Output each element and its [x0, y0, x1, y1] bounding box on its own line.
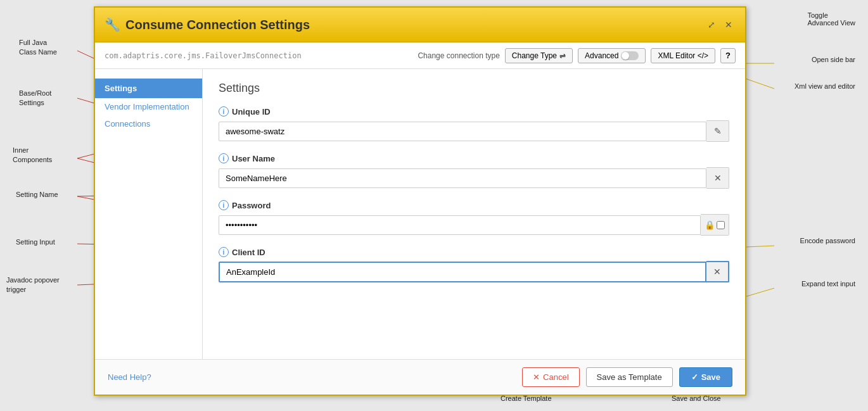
- client-id-input-row: ✕: [219, 261, 729, 282]
- save-check-icon: ✓: [691, 372, 698, 382]
- field-group-username: i User Name ✕: [219, 153, 729, 189]
- annotation-javadoc: Javadoc popovertrigger: [6, 275, 60, 295]
- dialog-footer: Need Help? ✕ Cancel Save as Template ✓ S…: [95, 359, 745, 395]
- change-type-label: Change Type: [512, 51, 557, 60]
- nav-vendor-implementation[interactable]: Vendor Implementation: [95, 98, 202, 115]
- advanced-toggle[interactable]: [621, 51, 639, 60]
- advanced-label: Advanced: [585, 51, 618, 60]
- save-label: Save: [701, 372, 720, 382]
- unique-id-label: i Unique ID: [219, 106, 729, 117]
- lock-icon: 🔒: [705, 220, 715, 230]
- dialog-title-text: Consume Connection Settings: [125, 18, 310, 32]
- change-type-icon: ⇌: [559, 51, 566, 60]
- annotation-open-sidebar: Open side bar: [812, 56, 855, 63]
- cancel-x-icon: ✕: [533, 372, 540, 382]
- cancel-button[interactable]: ✕ Cancel: [522, 367, 579, 387]
- annotation-expand-text: Expand text input: [801, 280, 855, 288]
- xml-editor-label: XML Editor </>: [658, 51, 708, 60]
- dialog-subheader: com.adaptris.core.jms.FailoverJmsConnect…: [95, 42, 745, 69]
- username-label-text: User Name: [232, 154, 275, 163]
- username-input-row: ✕: [219, 167, 729, 189]
- password-label-text: Password: [232, 201, 271, 210]
- sidebar-nav: Settings Vendor Implementation Connectio…: [95, 69, 203, 359]
- password-label: i Password: [219, 200, 729, 210]
- change-type-button[interactable]: Change Type ⇌: [505, 48, 573, 63]
- username-input[interactable]: [219, 168, 706, 188]
- password-input-row: 🔒: [219, 214, 729, 236]
- client-id-input[interactable]: [219, 262, 706, 282]
- annotation-encode-password: Encode password: [800, 237, 855, 244]
- username-info-icon[interactable]: i: [219, 153, 229, 163]
- client-id-label: i Client ID: [219, 247, 729, 257]
- annotation-xml-view: Xml view and editor: [795, 82, 855, 90]
- section-title: Settings: [219, 82, 729, 95]
- password-input[interactable]: [219, 215, 701, 235]
- svg-line-12: [746, 288, 774, 296]
- client-id-label-text: Client ID: [232, 248, 265, 257]
- save-template-button[interactable]: Save as Template: [586, 367, 673, 387]
- field-group-client-id: i Client ID ✕: [219, 247, 729, 282]
- save-button[interactable]: ✓ Save: [679, 367, 732, 387]
- cancel-label: Cancel: [543, 372, 568, 382]
- help-link[interactable]: Need Help?: [108, 372, 151, 382]
- field-group-password: i Password 🔒: [219, 200, 729, 236]
- annotation-full-java-class: Full JavaClass Name: [19, 38, 57, 58]
- dialog-body: Settings Vendor Implementation Connectio…: [95, 69, 745, 359]
- field-group-unique-id: i Unique ID ✎: [219, 106, 729, 142]
- annotation-setting-name: Setting Name: [16, 190, 58, 199]
- class-name: com.adaptris.core.jms.FailoverJmsConnect…: [105, 51, 302, 60]
- xml-editor-button[interactable]: XML Editor </>: [651, 48, 715, 63]
- password-encode-button[interactable]: 🔒: [701, 214, 729, 236]
- footer-buttons: ✕ Cancel Save as Template ✓ Save: [522, 367, 732, 387]
- annotation-base-root: Base/RootSettings: [19, 89, 51, 108]
- main-content: Settings i Unique ID ✎ i: [203, 69, 745, 359]
- client-id-info-icon[interactable]: i: [219, 247, 229, 257]
- nav-connections[interactable]: Connections: [95, 115, 202, 132]
- expand-icon[interactable]: ⤢: [705, 18, 718, 31]
- svg-line-11: [746, 246, 774, 247]
- question-icon: ?: [725, 51, 731, 60]
- unique-id-edit-button[interactable]: ✎: [706, 120, 729, 142]
- password-info-icon[interactable]: i: [219, 200, 229, 210]
- dialog-header: 🔧 Consume Connection Settings ⤢ ✕: [95, 8, 745, 42]
- dialog: 🔧 Consume Connection Settings ⤢ ✕ com.ad…: [94, 6, 746, 396]
- subheader-right: Change connection type Change Type ⇌ Adv…: [418, 48, 736, 63]
- wrench-icon: 🔧: [105, 17, 120, 32]
- username-clear-button[interactable]: ✕: [706, 167, 729, 189]
- unique-id-info-icon[interactable]: i: [219, 106, 229, 117]
- annotation-inner-components: InnerComponents: [13, 146, 52, 165]
- close-icon[interactable]: ✕: [722, 18, 736, 31]
- client-id-expand-button[interactable]: ✕: [706, 261, 729, 282]
- change-connection-label: Change connection type: [418, 51, 499, 60]
- dialog-header-controls: ⤢ ✕: [705, 18, 736, 31]
- unique-id-input[interactable]: [219, 122, 706, 141]
- dialog-title: 🔧 Consume Connection Settings: [105, 17, 310, 32]
- annotation-toggle-advanced: ToggleAdvanced View: [807, 11, 855, 27]
- username-label: i User Name: [219, 153, 729, 163]
- nav-settings[interactable]: Settings: [95, 79, 202, 98]
- encode-checkbox[interactable]: [717, 221, 725, 229]
- unique-id-label-text: Unique ID: [232, 107, 271, 117]
- help-button[interactable]: ?: [720, 48, 736, 63]
- annotation-setting-input: Setting Input: [16, 237, 55, 247]
- unique-id-input-row: ✎: [219, 120, 729, 142]
- advanced-button[interactable]: Advanced: [578, 48, 646, 63]
